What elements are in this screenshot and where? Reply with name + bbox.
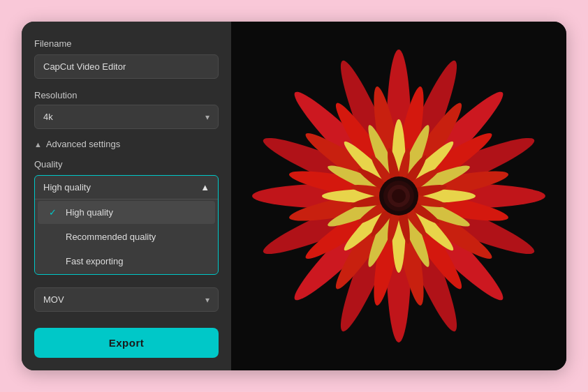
left-panel: Filename CapCut Video Editor Resolution … xyxy=(22,22,231,370)
quality-option-high-label: High quality xyxy=(66,207,113,218)
resolution-dropdown[interactable]: 4k ▾ xyxy=(34,105,219,129)
quality-check-icon: ✓ xyxy=(49,207,60,218)
resolution-value: 4k xyxy=(43,112,53,122)
quality-option-fast[interactable]: Fast exporting xyxy=(38,250,215,273)
quality-dropdown[interactable]: High quality ▲ ✓ High quality Recommende… xyxy=(34,175,219,275)
quality-option-recommended-label: Recommended quality xyxy=(66,232,156,242)
main-card: Filename CapCut Video Editor Resolution … xyxy=(22,22,566,370)
resolution-label: Resolution xyxy=(34,90,219,100)
format-chevron-down-icon: ▾ xyxy=(205,295,210,305)
quality-chevron-up-icon: ▲ xyxy=(200,182,210,193)
quality-option-recommended[interactable]: Recommended quality xyxy=(38,225,215,248)
quality-selected-row[interactable]: High quality ▲ xyxy=(35,176,218,199)
quality-option-high[interactable]: ✓ High quality xyxy=(38,201,215,224)
quality-options-list: ✓ High quality Recommended quality Fast … xyxy=(35,199,218,273)
format-dropdown[interactable]: MOV ▾ xyxy=(34,287,219,312)
svg-point-68 xyxy=(392,189,406,203)
quality-section: Quality High quality ▲ ✓ High quality xyxy=(34,159,219,275)
advanced-settings-caret-up-icon: ▲ xyxy=(34,140,42,149)
flower-preview xyxy=(231,22,566,370)
quality-label: Quality xyxy=(34,159,219,169)
resolution-chevron-down-icon: ▾ xyxy=(205,112,210,122)
advanced-settings-label: Advanced settings xyxy=(46,139,120,149)
filename-label: Filename xyxy=(34,38,219,49)
preview-panel xyxy=(231,22,566,370)
format-value: MOV xyxy=(43,294,64,305)
export-button[interactable]: Export xyxy=(34,328,219,358)
advanced-settings-toggle[interactable]: ▲ Advanced settings xyxy=(34,139,219,149)
quality-selected-value: High quality xyxy=(43,182,91,193)
quality-option-fast-label: Fast exporting xyxy=(66,256,123,266)
filename-input[interactable]: CapCut Video Editor xyxy=(34,54,219,79)
